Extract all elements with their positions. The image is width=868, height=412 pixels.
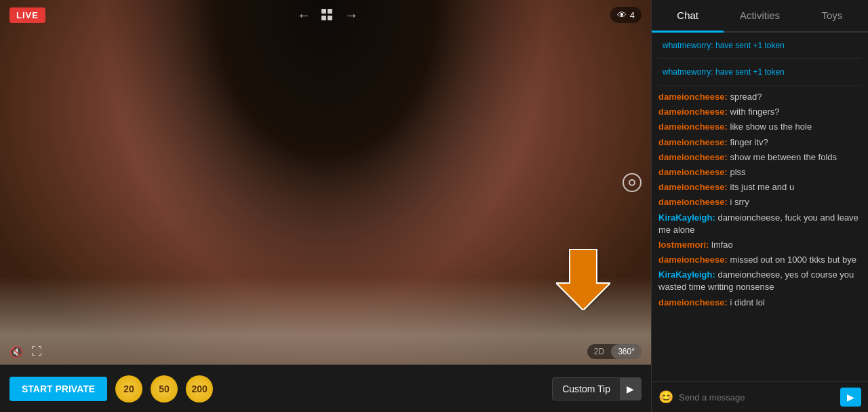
chat-tabs: Chat Activities Toys <box>652 0 868 33</box>
eye-icon: 👁 <box>617 10 627 20</box>
volume-button[interactable]: 🔇 <box>9 345 23 358</box>
list-item: KiraKayleigh: dameioncheese, fuck you an… <box>658 212 861 236</box>
tab-activities[interactable]: Activities <box>724 0 795 33</box>
custom-tip-area: Custom Tip ▶ <box>552 377 642 400</box>
view-360-button[interactable]: 360° <box>611 344 642 359</box>
custom-tip-button[interactable]: Custom Tip <box>553 378 620 400</box>
main-container: LIVE ← → 👁 4 <box>0 0 868 412</box>
arrow-overlay <box>556 249 610 310</box>
grid-icon[interactable] <box>321 9 334 21</box>
token-btn-50[interactable]: 50 <box>151 375 178 402</box>
emoji-button[interactable]: 😊 <box>658 390 673 405</box>
list-item: dameioncheese: i srry <box>658 196 861 208</box>
list-item: dameioncheese: i didnt lol <box>658 297 861 309</box>
chat-input[interactable] <box>679 392 835 402</box>
tab-toys[interactable]: Toys <box>796 0 868 33</box>
viewer-number: 4 <box>630 10 635 20</box>
token-btn-20[interactable]: 20 <box>115 375 142 402</box>
live-badge: LIVE <box>9 7 45 23</box>
next-button[interactable]: → <box>344 7 358 23</box>
record-button[interactable] <box>623 173 642 192</box>
video-section: LIVE ← → 👁 4 <box>0 0 651 364</box>
video-bottom-bar: 🔇 ⛶ 2D 360° <box>0 339 651 364</box>
video-top-bar: LIVE ← → 👁 4 <box>0 0 651 30</box>
system-msg-2: whatmeworry: have sent +1 token <box>658 64 861 79</box>
prev-button[interactable]: ← <box>297 7 311 23</box>
video-bg: LIVE ← → 👁 4 <box>0 0 651 364</box>
fullscreen-button[interactable]: ⛶ <box>31 345 42 358</box>
chat-messages: whatmeworry: have sent +1 token whatmewo… <box>652 33 868 381</box>
list-item: dameioncheese: like show us the hole <box>658 121 861 133</box>
list-item: dameioncheese: missed out on 1000 tkks b… <box>658 254 861 266</box>
record-inner <box>629 179 635 186</box>
viewer-count: 👁 4 <box>610 7 642 23</box>
chat-input-area: 😊 ▶ <box>652 381 868 412</box>
list-item: dameioncheese: show me between the folds <box>658 151 861 164</box>
start-private-button[interactable]: START PRIVATE <box>9 377 107 401</box>
system-msg-1: whatmeworry: have sent +1 token <box>658 38 861 53</box>
custom-tip-send-button[interactable]: ▶ <box>620 378 641 400</box>
video-controls-left: 🔇 ⛶ <box>9 345 42 358</box>
list-item: dameioncheese: spread? <box>658 91 861 103</box>
chat-divider-2 <box>658 85 861 86</box>
chat-divider-1 <box>658 58 861 59</box>
view-2d-button[interactable]: 2D <box>587 344 611 359</box>
top-center-controls: ← → <box>297 7 358 23</box>
list-item: dameioncheese: with fingers? <box>658 106 861 118</box>
token-btn-200[interactable]: 200 <box>186 375 213 402</box>
list-item: KiraKayleigh: dameioncheese, yes of cour… <box>658 269 861 293</box>
chat-send-button[interactable]: ▶ <box>840 388 861 407</box>
list-item: lostmemori: lmfao <box>658 239 861 251</box>
bottom-action-bar: START PRIVATE 20 50 200 Custom Tip ▶ <box>0 364 651 412</box>
tab-chat[interactable]: Chat <box>652 0 724 33</box>
list-item: dameioncheese: finger itv? <box>658 136 861 149</box>
list-item: dameioncheese: plss <box>658 166 861 179</box>
svg-marker-0 <box>556 249 610 310</box>
chat-section: Chat Activities Toys whatmeworry: have s… <box>651 0 868 412</box>
list-item: dameioncheese: its just me and u <box>658 181 861 193</box>
view-toggle: 2D 360° <box>587 344 642 359</box>
